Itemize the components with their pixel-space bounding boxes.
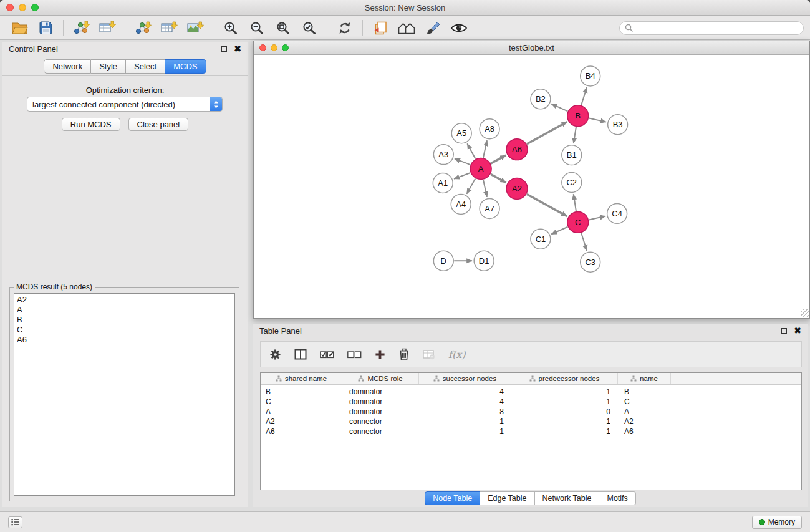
graph-edge-B-B2[interactable]	[551, 104, 567, 112]
tab-motifs[interactable]: Motifs	[599, 491, 635, 505]
close-panel-icon[interactable]: ✖	[234, 46, 241, 52]
table-cell[interactable]: dominator	[342, 397, 419, 407]
table-cell[interactable]: 8	[419, 407, 511, 417]
tab-select[interactable]: Select	[126, 59, 165, 74]
table-cell[interactable]: A6	[261, 427, 342, 437]
task-history-button[interactable]	[8, 516, 22, 528]
table-cell[interactable]: connector	[342, 427, 419, 437]
table-row[interactable]: A2connector11A2	[261, 417, 801, 427]
refresh-view-button[interactable]	[332, 18, 358, 38]
graph-node-A4[interactable]: A4	[451, 194, 471, 214]
graph-node-C3[interactable]: C3	[581, 252, 600, 272]
graph-edge-B-B3[interactable]	[589, 118, 606, 122]
graph-node-A6[interactable]: A6	[506, 139, 528, 160]
graph-node-B3[interactable]: B3	[608, 115, 628, 135]
search-field[interactable]	[619, 21, 804, 35]
graph-node-A2[interactable]: A2	[506, 178, 528, 200]
graph-edge-A-A2[interactable]	[491, 174, 506, 183]
graph-edge-A-A8[interactable]	[483, 140, 487, 158]
table-cell[interactable]: A2	[261, 417, 342, 427]
tab-mcds[interactable]: MCDS	[165, 59, 206, 74]
graph-node-C[interactable]: C	[567, 211, 589, 233]
table-cell[interactable]: A	[261, 407, 342, 417]
zoom-in-button[interactable]	[218, 18, 244, 38]
table-cell[interactable]: 1	[511, 397, 618, 407]
show-hide-button[interactable]	[446, 18, 472, 38]
float-panel-icon[interactable]	[221, 46, 227, 52]
graph-node-B2[interactable]: B2	[531, 89, 551, 109]
export-network-button[interactable]	[130, 18, 156, 38]
table-cell[interactable]: B	[618, 387, 671, 397]
table-cell[interactable]: 1	[419, 417, 511, 427]
window-resize-grip[interactable]	[801, 309, 809, 317]
table-cell[interactable]: connector	[342, 417, 419, 427]
import-network-button[interactable]	[68, 18, 94, 38]
network-window-zoom-button[interactable]	[282, 44, 289, 51]
home-view-button[interactable]	[393, 18, 420, 38]
table-row[interactable]: Cdominator41C	[261, 397, 801, 407]
close-window-button[interactable]	[6, 4, 14, 11]
graph-node-A1[interactable]: A1	[433, 173, 453, 193]
graph-edge-A-A6[interactable]	[491, 155, 506, 163]
table-cell[interactable]: 1	[419, 427, 511, 437]
mcds-result-item[interactable]: A	[17, 305, 232, 315]
zoom-fit-button[interactable]	[270, 18, 296, 38]
table-cell[interactable]: C	[618, 397, 671, 407]
table-row[interactable]: Bdominator41B	[261, 387, 801, 397]
network-window-close-button[interactable]	[259, 44, 266, 51]
unselect-all-button[interactable]	[347, 345, 362, 364]
graph-edge-C-C3[interactable]	[581, 233, 587, 251]
minimize-window-button[interactable]	[19, 4, 26, 11]
graph-node-D[interactable]: D	[433, 251, 453, 271]
table-cell[interactable]: B	[261, 387, 342, 397]
zoom-window-button[interactable]	[31, 4, 39, 11]
duplicate-network-button[interactable]	[367, 18, 393, 38]
optimization-criterion-dropdown[interactable]: largest connected component (directed)	[27, 97, 223, 112]
add-column-button[interactable]	[375, 345, 385, 364]
mcds-result-item[interactable]: A6	[17, 335, 232, 345]
clear-table-button[interactable]	[423, 345, 435, 364]
column-view-button[interactable]	[294, 345, 307, 364]
table-cell[interactable]: A6	[618, 427, 671, 437]
graph-node-B4[interactable]: B4	[581, 66, 600, 86]
graph-edge-A6-B[interactable]	[527, 122, 567, 144]
column-header-mcds-role[interactable]: MCDS role	[342, 373, 419, 384]
graph-edge-A-A7[interactable]	[483, 180, 487, 197]
tab-edge-table[interactable]: Edge Table	[480, 491, 534, 505]
graph-node-C2[interactable]: C2	[562, 173, 582, 193]
graph-edge-C-C4[interactable]	[589, 216, 605, 220]
table-cell[interactable]: 1	[511, 427, 618, 437]
table-cell[interactable]: 4	[419, 397, 511, 407]
graph-edge-B-B4[interactable]	[581, 87, 587, 105]
mcds-result-item[interactable]: C	[17, 325, 232, 335]
column-header-name[interactable]: name	[618, 373, 671, 384]
graph-edge-C-C1[interactable]	[551, 227, 567, 235]
table-cell[interactable]: 0	[511, 407, 618, 417]
save-session-button[interactable]	[32, 18, 59, 38]
network-window-titlebar[interactable]: testGlobe.txt	[254, 41, 809, 55]
table-cell[interactable]: 4	[419, 387, 511, 397]
delete-columns-button[interactable]	[398, 345, 410, 364]
graph-node-A5[interactable]: A5	[451, 123, 471, 143]
table-cell[interactable]: A	[618, 407, 671, 417]
table-cell[interactable]: dominator	[342, 407, 419, 417]
import-table-button[interactable]	[94, 18, 120, 38]
column-header-shared-name[interactable]: shared name	[261, 373, 342, 384]
graph-node-A[interactable]: A	[470, 158, 491, 180]
graph-edge-A-A4[interactable]	[466, 178, 475, 194]
function-builder-button[interactable]: f(x)	[448, 349, 465, 360]
export-image-button[interactable]	[182, 18, 208, 38]
export-table-button[interactable]	[156, 18, 182, 38]
table-cell[interactable]: C	[261, 397, 342, 407]
graph-edge-C-C2[interactable]	[574, 194, 576, 211]
graph-node-A3[interactable]: A3	[433, 145, 453, 165]
table-cell[interactable]: 1	[511, 417, 618, 427]
table-row[interactable]: A6connector11A6	[261, 427, 801, 437]
network-canvas[interactable]: B4B2BB3A8A5A6A3B1AA1C2A2A4A7C4CC1C3DD1	[254, 56, 809, 318]
graph-node-B[interactable]: B	[567, 105, 589, 127]
table-cell[interactable]: 1	[511, 387, 618, 397]
mcds-result-list[interactable]: A2ABCA6	[14, 293, 235, 496]
memory-button[interactable]: Memory	[752, 516, 802, 529]
graph-edge-A-A1[interactable]	[454, 173, 470, 179]
graph-node-A7[interactable]: A7	[480, 198, 499, 218]
